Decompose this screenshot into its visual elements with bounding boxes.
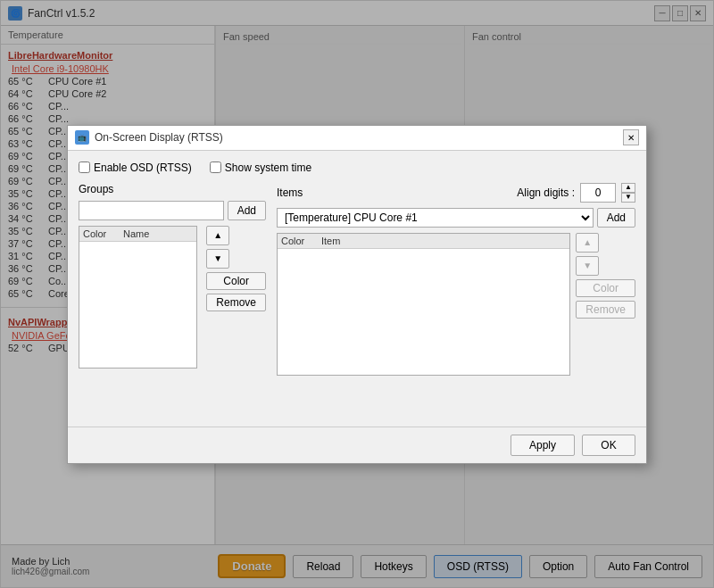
groups-list-header: Color Name [79,227,196,242]
groups-input-row: Add [79,201,266,220]
groups-panel: Groups Add Color Name [79,183,266,416]
show-system-time-checkbox[interactable] [210,161,221,173]
enable-osd-text: Enable OSD (RTSS) [94,161,192,174]
groups-up-button[interactable]: ▲ [206,226,229,245]
items-dropdown[interactable]: [Temperature] CPU Core #1 [277,208,594,228]
items-add-button[interactable]: Add [597,208,635,228]
groups-name-header: Name [123,228,193,239]
enable-osd-label: Enable OSD (RTSS) [79,161,192,174]
items-label: Items [277,186,303,199]
groups-color-header: Color [83,228,123,239]
items-list[interactable]: Color Item [277,233,570,376]
groups-list[interactable]: Color Name [79,226,197,369]
dialog-title: On-Screen Display (RTSS) [95,131,223,144]
show-system-time-text: Show system time [225,161,311,174]
dialog-panels: Groups Add Color Name [79,183,635,416]
dialog-title-bar: 📺 On-Screen Display (RTSS) ✕ [68,126,646,151]
items-down-button[interactable]: ▼ [576,256,599,276]
align-digits-spinner: ▲ ▼ [621,183,635,203]
modal-overlay: 📺 On-Screen Display (RTSS) ✕ Enable OSD … [1,1,713,587]
items-controls: ▲ ▼ Color Remove [576,233,635,376]
groups-panel-title: Groups [79,183,266,195]
groups-list-area: Color Name ▲ ▼ Color Remove [79,226,266,369]
dialog-top-row: Enable OSD (RTSS) Show system time [79,161,635,174]
osd-dialog: 📺 On-Screen Display (RTSS) ✕ Enable OSD … [67,125,647,464]
align-digits-label: Align digits : [517,186,575,199]
items-color-button[interactable]: Color [576,279,635,297]
groups-color-button[interactable]: Color [206,272,266,290]
dialog-title-left: 📺 On-Screen Display (RTSS) [75,130,223,145]
items-up-button[interactable]: ▲ [576,233,599,253]
apply-button[interactable]: Apply [511,435,575,456]
items-list-header: Color Item [278,234,569,249]
items-panel: Items Align digits : ▲ ▼ [277,183,635,416]
items-dropdown-row: [Temperature] CPU Core #1 Add [277,208,635,228]
ok-button[interactable]: OK [582,435,635,456]
groups-add-button[interactable]: Add [228,201,266,220]
align-digits-row: Align digits : ▲ ▼ [517,183,635,203]
align-digits-up[interactable]: ▲ [621,183,635,193]
align-digits-input[interactable] [580,183,616,203]
items-color-header: Color [281,236,321,246]
items-list-area: Color Item ▲ ▼ Color Remove [277,233,635,376]
dialog-body: Enable OSD (RTSS) Show system time Group… [68,151,646,427]
dialog-footer: Apply OK [68,427,646,463]
items-panel-title: Items Align digits : ▲ ▼ [277,183,635,203]
show-system-time-label: Show system time [210,161,311,174]
dialog-close-button[interactable]: ✕ [623,129,639,145]
groups-input[interactable] [79,201,224,220]
groups-down-button[interactable]: ▼ [206,249,229,269]
groups-controls: ▲ ▼ Color Remove [206,226,266,369]
groups-remove-button[interactable]: Remove [206,294,266,311]
main-window: 🌀 FanCtrl v1.5.2 ─ □ ✕ Temperature Libre… [0,0,714,588]
items-item-header: Item [321,236,566,246]
dialog-icon: 📺 [75,130,89,145]
enable-osd-checkbox[interactable] [79,161,90,173]
items-remove-button[interactable]: Remove [576,301,635,319]
align-digits-down[interactable]: ▼ [621,193,635,203]
